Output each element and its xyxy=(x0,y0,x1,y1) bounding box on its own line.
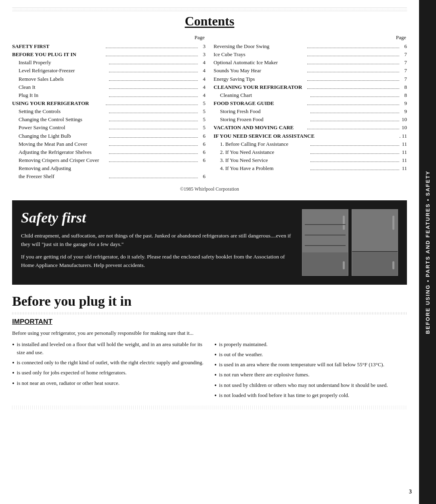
toc-label: Remove Sales Labels xyxy=(12,75,108,83)
toc-entry: CLEANING YOUR REFRIGERATOR8 xyxy=(214,83,407,91)
toc-entry: Setting the Controls5 xyxy=(12,107,205,116)
bullet-text: is not near an oven, radiator or other h… xyxy=(17,379,205,387)
toc-dots xyxy=(307,72,400,72)
toc-page-header-right: Page xyxy=(214,34,407,41)
toc-label: Energy Saving Tips xyxy=(214,75,306,83)
toc-label: 3. If You Need Service xyxy=(214,156,309,164)
safety-title: Safety first xyxy=(21,209,295,226)
toc-page: 8 xyxy=(400,91,407,99)
bullet-item: •is used only for jobs expected of home … xyxy=(12,369,205,377)
toc-entry: IF YOU NEED SERVICE OR ASSISTANCE. 11 xyxy=(214,132,407,140)
toc-entry: Optional Automatic Ice Maker7 xyxy=(214,59,407,67)
bullet-dot: • xyxy=(214,382,217,389)
bullet-item: •is not run where there are explosive fu… xyxy=(214,371,407,379)
toc-label: Adjusting the Refrigerator Shelves xyxy=(12,148,108,156)
toc-page: 9 xyxy=(400,107,407,116)
toc-dots xyxy=(109,145,198,146)
toc-label: Sounds You May Hear xyxy=(214,67,306,75)
toc-label: 2. If You Need Assistance xyxy=(214,148,309,156)
toc-entry: Power Saving Control5 xyxy=(12,124,205,132)
bullet-item: •is not near an oven, radiator or other … xyxy=(12,379,205,387)
toc-page: 10 xyxy=(400,124,407,132)
toc-dots xyxy=(310,170,400,170)
toc-entry: Sounds You May Hear7 xyxy=(214,67,407,75)
plug-title: Before you plug it in xyxy=(12,294,407,309)
toc-dots xyxy=(109,137,198,138)
bullet-item: •is used in an area where the room tempe… xyxy=(214,361,407,369)
toc-label: Cleaning Chart xyxy=(214,91,309,99)
toc-dots xyxy=(307,64,400,64)
noise-decoration xyxy=(12,312,407,315)
bullet-dot: • xyxy=(214,371,217,379)
toc-entry: 1. Before Calling For Assistance11 xyxy=(214,140,407,148)
toc-label: Storing Frozen Food xyxy=(214,116,309,124)
toc-dots xyxy=(310,162,400,162)
bullet-dot: • xyxy=(214,392,217,399)
bullet-text: is not loaded with food before it has ti… xyxy=(219,391,407,399)
toc-entry: Level Refrigerator-Freezer4 xyxy=(12,67,205,75)
toc-dots xyxy=(109,97,198,97)
toc-label: Ice Cube Trays xyxy=(214,50,306,59)
toc-dots xyxy=(109,72,198,72)
page-number: 3 xyxy=(409,489,412,495)
toc-entry: Changing the Control Settings5 xyxy=(12,116,205,124)
toc-page: 11 xyxy=(400,140,407,148)
toc-dots xyxy=(106,105,198,105)
toc-page: 6 xyxy=(199,156,205,164)
side-tab-text: BEFORE USING • PARTS AND FEATURES • SAFE… xyxy=(425,170,431,334)
safety-images xyxy=(302,209,398,276)
toc-page: 7 xyxy=(400,67,407,75)
toc-label: IF YOU NEED SERVICE OR ASSISTANCE xyxy=(214,132,398,140)
toc-entry: Changing the Light Bulb6 xyxy=(12,132,205,140)
toc-entry: 4. If You Have a Problem11 xyxy=(214,164,407,172)
bullet-item: •is not loaded with food before it has t… xyxy=(214,391,407,399)
bullet-dot: • xyxy=(12,359,15,367)
bullet-dot: • xyxy=(214,341,217,349)
toc-left-entries: SAFETY FIRST3BEFORE YOU PLUG IT IN3Insta… xyxy=(12,42,205,181)
toc-page: 6 xyxy=(199,140,205,148)
toc-entry: the Freezer Shelf6 xyxy=(12,172,205,181)
toc-entry: VACATION AND MOVING CARE10 xyxy=(214,124,407,132)
toc-label: CLEANING YOUR REFRIGERATOR xyxy=(214,83,306,91)
toc-entry: Clean It4 xyxy=(12,83,205,91)
toc-entry: BEFORE YOU PLUG IT IN3 xyxy=(12,50,205,59)
toc-page: 6 xyxy=(199,132,205,140)
bullet-text: is not run where there are explosive fum… xyxy=(219,371,407,379)
safety-text: Safety first Child entrapment, and suffo… xyxy=(21,209,295,274)
toc-label: Changing the Control Settings xyxy=(12,116,108,124)
copyright: ©1985 Whirlpool Corporation xyxy=(12,186,407,192)
toc-page: 6 xyxy=(199,172,205,181)
toc-dots xyxy=(310,121,400,121)
toc-label: Power Saving Control xyxy=(12,124,108,132)
toc-label: 4. If You Have a Problem xyxy=(214,164,309,172)
bullet-dot: • xyxy=(214,361,217,369)
toc-left-col: Page SAFETY FIRST3BEFORE YOU PLUG IT IN3… xyxy=(12,34,214,181)
toc-dots xyxy=(307,48,400,48)
toc-label: FOOD STORAGE GUIDE xyxy=(214,99,306,107)
side-tab: BEFORE USING • PARTS AND FEATURES • SAFE… xyxy=(419,0,436,504)
toc-page: 11 xyxy=(400,148,407,156)
toc-entry: FOOD STORAGE GUIDE9 xyxy=(214,99,407,107)
toc-entry: Adjusting the Refrigerator Shelves6 xyxy=(12,148,205,156)
toc-entry: Plug It In4 xyxy=(12,91,205,99)
toc-dots xyxy=(310,113,400,113)
toc-page: 5 xyxy=(199,116,205,124)
toc-dots xyxy=(307,88,400,89)
toc-label: Reversing the Door Swing xyxy=(214,42,306,50)
toc-entry: Storing Fresh Food9 xyxy=(214,107,407,116)
toc-label: Plug It In xyxy=(12,91,108,99)
fridge-image-1 xyxy=(302,209,348,276)
toc-page: 6 xyxy=(199,148,205,156)
toc-dots xyxy=(109,64,198,64)
bullet-text: is out of the weather. xyxy=(219,351,407,359)
toc-page: 4 xyxy=(199,83,205,91)
top-decoration xyxy=(12,7,407,11)
toc-page: 6 xyxy=(400,42,407,50)
safety-para1: Child entrapment, and suffocation, are n… xyxy=(21,232,295,249)
toc-dots xyxy=(307,80,400,81)
bullet-text: is not used by children or others who ma… xyxy=(219,381,407,389)
toc-label: Clean It xyxy=(12,83,108,91)
fridge-handle-top xyxy=(343,216,345,230)
toc-label: SAFETY FIRST xyxy=(12,42,105,50)
toc-label: BEFORE YOU PLUG IT IN xyxy=(12,50,105,59)
